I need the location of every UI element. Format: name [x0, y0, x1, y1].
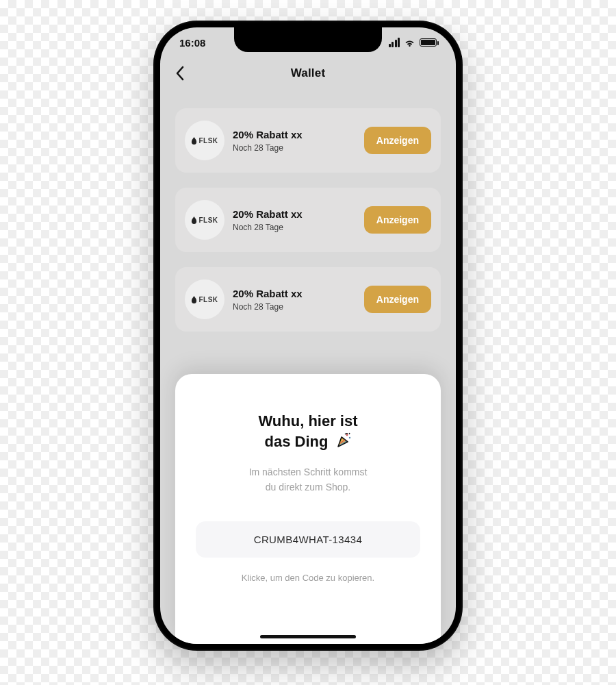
show-coupon-button[interactable]: Anzeigen: [364, 206, 431, 234]
modal-subtitle: Im nächsten Schritt kommst du direkt zum…: [196, 465, 420, 495]
coupon-expiry: Noch 28 Tage: [233, 143, 356, 153]
coupon-card: FLSK 20% Rabatt xx Noch 28 Tage Anzeigen: [175, 188, 441, 252]
coupon-list: FLSK 20% Rabatt xx Noch 28 Tage Anzeigen…: [160, 89, 456, 332]
battery-icon: [420, 38, 437, 47]
party-popper-icon: [335, 432, 352, 453]
coupon-title: 20% Rabatt xx: [233, 208, 356, 220]
wifi-icon: [404, 38, 415, 47]
cellular-icon: [389, 38, 400, 47]
brand-logo: FLSK: [185, 279, 224, 319]
coupon-expiry: Noch 28 Tage: [233, 223, 356, 232]
home-indicator[interactable]: [260, 635, 356, 638]
brand-name: FLSK: [198, 216, 218, 224]
modal-title-line1: Wuhu, hier ist: [258, 412, 357, 429]
brand-logo: FLSK: [185, 121, 224, 160]
brand-name: FLSK: [198, 137, 218, 145]
modal-sub-line1: Im nächsten Schritt kommst: [249, 466, 368, 477]
coupon-expiry: Noch 28 Tage: [233, 302, 356, 312]
promo-code-field[interactable]: CRUMB4WHAT-13434: [196, 521, 420, 558]
modal-sub-line2: du direkt zum Shop.: [266, 482, 351, 493]
coupon-card: FLSK 20% Rabatt xx Noch 28 Tage Anzeigen: [175, 108, 441, 173]
phone-notch: [234, 27, 382, 52]
coupon-text: 20% Rabatt xx Noch 28 Tage: [233, 129, 356, 153]
show-coupon-button[interactable]: Anzeigen: [364, 127, 431, 154]
modal-title: Wuhu, hier ist das Ding: [196, 411, 420, 453]
brand-logo: FLSK: [185, 200, 224, 240]
nav-bar: Wallet: [160, 58, 456, 89]
coupon-text: 20% Rabatt xx Noch 28 Tage: [233, 288, 356, 312]
coupon-text: 20% Rabatt xx Noch 28 Tage: [233, 208, 356, 232]
page-title: Wallet: [291, 66, 326, 80]
coupon-title: 20% Rabatt xx: [233, 288, 356, 299]
phone-frame: 16:08 Wallet: [153, 21, 463, 651]
coupon-card: FLSK 20% Rabatt xx Noch 28 Tage Anzeigen: [175, 267, 441, 332]
status-indicators: [389, 38, 437, 47]
copy-hint: Klicke, um den Code zu kopieren.: [196, 573, 420, 583]
brand-name: FLSK: [198, 296, 218, 303]
svg-point-1: [348, 436, 350, 438]
svg-point-0: [346, 434, 348, 436]
back-button[interactable]: [175, 66, 185, 81]
phone-screen: 16:08 Wallet: [160, 27, 456, 644]
coupon-title: 20% Rabatt xx: [233, 129, 356, 140]
show-coupon-button[interactable]: Anzeigen: [364, 286, 431, 313]
status-time: 16:08: [179, 37, 205, 49]
modal-title-line2: das Ding: [264, 433, 328, 450]
code-modal: Wuhu, hier ist das Ding Im nächsten Sch: [175, 374, 441, 644]
